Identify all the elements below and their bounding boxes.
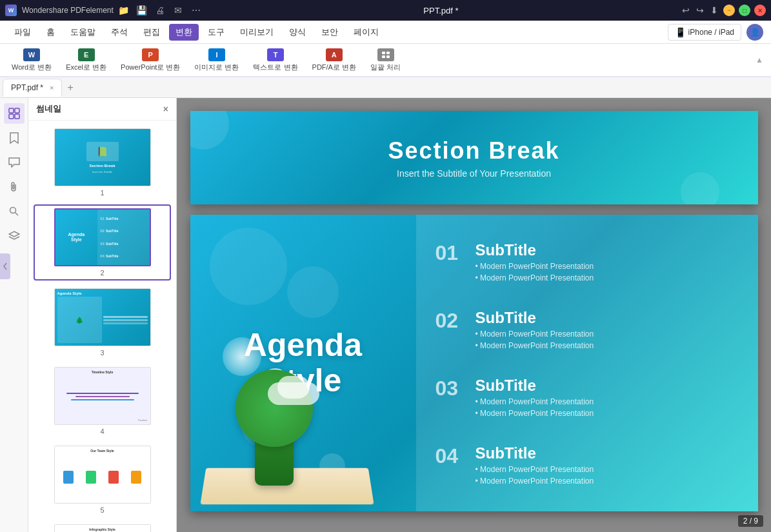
toolbar-word[interactable]: W Word로 변환 xyxy=(5,46,58,75)
slide4-preview: Timeline Style Timeline xyxy=(55,368,150,424)
menu-preview[interactable]: 미리보기 xyxy=(234,24,280,41)
svg-rect-6 xyxy=(9,114,14,119)
menu-page[interactable]: 페이지 xyxy=(347,24,385,41)
slide3-content-preview: 🌲 xyxy=(57,297,148,343)
svg-rect-3 xyxy=(386,55,390,58)
excel-icon: E xyxy=(78,48,95,61)
toolbar-excel[interactable]: E Excel로 변환 xyxy=(59,46,113,75)
menu-help[interactable]: 도움말 xyxy=(64,24,102,41)
print-icon[interactable]: 🖨 xyxy=(155,5,165,15)
toolbar-pdfa[interactable]: A PDF/A로 변환 xyxy=(306,46,363,75)
slide5-title-preview: Our Team Style xyxy=(57,449,148,453)
thumbnail-num-4: 4 xyxy=(100,428,104,435)
redo-icon[interactable]: ↪ xyxy=(695,5,705,15)
thumbnail-item-6[interactable]: Infographic Style → Style xyxy=(34,522,171,532)
svg-line-9 xyxy=(15,213,18,216)
thumbnail-image-2: AgendaStyle 01 SubTitle 02 SubTitle xyxy=(54,208,151,266)
slide2-bullet-1-2: • Modern PowerPoint Presentation xyxy=(476,273,594,282)
menu-home[interactable]: 홈 xyxy=(40,24,61,41)
save-icon[interactable]: 💾 xyxy=(137,5,147,15)
tab-close-button[interactable]: × xyxy=(50,84,54,92)
slide3-text-preview xyxy=(103,297,148,343)
menu-comment[interactable]: 주석 xyxy=(105,24,134,41)
comment-panel-icon[interactable] xyxy=(4,152,25,173)
slide2-item-1: 01 SubTitle • Modern PowerPoint Presenta… xyxy=(436,241,739,282)
slide3-line3 xyxy=(103,322,148,324)
main-area: 썸네일 × 📗 Section Break Insert the Subtitl… xyxy=(0,98,771,532)
more-icon[interactable]: ⋯ xyxy=(191,5,201,15)
slide2-subtitle-4: SubTitle xyxy=(476,444,594,462)
mail-icon[interactable]: ✉ xyxy=(173,5,183,15)
menu-form[interactable]: 양식 xyxy=(283,24,312,41)
svg-rect-1 xyxy=(386,52,390,54)
misc-icon xyxy=(377,48,394,61)
slide4-lines-preview xyxy=(57,375,148,417)
collapse-handle[interactable] xyxy=(0,253,10,279)
thumbnail-item-5[interactable]: Our Team Style 5 xyxy=(34,443,171,517)
search-panel-icon[interactable] xyxy=(4,201,25,222)
thumbnail-panel-icon[interactable] xyxy=(4,103,25,124)
toolbar-scroll-up[interactable]: ▲ xyxy=(753,53,766,67)
maximize-button[interactable]: □ xyxy=(739,5,750,16)
close-button[interactable]: ✕ xyxy=(754,5,766,16)
slide2-item-preview-4: 04 SubTitle xyxy=(100,254,146,258)
download-icon[interactable]: ⬇ xyxy=(709,5,719,15)
thumbnail-item-2[interactable]: AgendaStyle 01 SubTitle 02 SubTitle xyxy=(34,204,171,281)
tab-label: PPT.pdf * xyxy=(11,83,43,92)
slide2-preview-right: 01 SubTitle 02 SubTitle 03 SubTitle xyxy=(97,210,149,265)
user-avatar[interactable]: 👤 xyxy=(746,24,763,41)
toolbar-misc-label: 일괄 처리 xyxy=(370,63,401,72)
slide4-title-preview: Timeline Style xyxy=(57,370,148,374)
slide2-info-2: SubTitle • Modern PowerPoint Presentatio… xyxy=(476,309,594,350)
thumbnail-close-button[interactable]: × xyxy=(163,104,168,114)
folder-icon[interactable]: 📁 xyxy=(119,5,129,15)
bookmark-panel-icon[interactable] xyxy=(4,128,25,148)
slide2-illustration xyxy=(190,331,410,511)
team-box-1 xyxy=(63,471,74,484)
thumbnail-item-3[interactable]: Agenda Style 🌲 3 xyxy=(34,286,171,359)
toolbar-text[interactable]: T 텍스트로 변환 xyxy=(246,46,304,75)
toolbar-word-label: Word로 변환 xyxy=(12,63,52,72)
slide2-num-3: 03 xyxy=(436,377,468,400)
slide3-line1 xyxy=(103,316,148,318)
attachment-panel-icon[interactable] xyxy=(4,177,25,197)
undo-icon[interactable]: ↩ xyxy=(681,5,691,15)
thumbnail-item-1[interactable]: 📗 Section Break Insert the Subtitle 1 xyxy=(34,126,171,199)
iphone-ipad-button[interactable]: 📱 iPhone / iPad xyxy=(668,24,741,41)
layers-panel-icon[interactable] xyxy=(4,226,25,246)
slide6-preview: Infographic Style → Style xyxy=(55,525,150,532)
thumbnail-title: 썸네일 xyxy=(36,103,61,115)
thumbnail-list: 📗 Section Break Insert the Subtitle 1 Ag… xyxy=(28,121,176,532)
thumbnail-item-4[interactable]: Timeline Style Timeline 4 xyxy=(34,364,171,438)
menu-security[interactable]: 보안 xyxy=(315,24,345,41)
toolbar-image[interactable]: I 이미지로 변환 xyxy=(188,46,245,75)
menu-tools[interactable]: 도구 xyxy=(201,24,231,41)
minimize-button[interactable]: － xyxy=(723,5,735,16)
iphone-ipad-label: iPhone / iPad xyxy=(688,28,734,37)
menu-file[interactable]: 파일 xyxy=(8,24,37,41)
window-controls: ↩ ↪ ⬇ － □ ✕ xyxy=(681,5,766,16)
toolbar-ppt-label: PowerPoint로 변환 xyxy=(121,63,180,72)
slide2-left: Agenda Style xyxy=(190,215,416,511)
slide1-preview-title: Section Break xyxy=(89,164,115,168)
toolbar-misc[interactable]: 일괄 처리 xyxy=(364,46,407,75)
toolbar-ppt[interactable]: P PowerPoint로 변환 xyxy=(114,46,186,75)
menu-bar: 파일 홈 도움말 주석 편집 변환 도구 미리보기 양식 보안 페이지 📱 iP… xyxy=(0,21,771,44)
svg-point-8 xyxy=(10,208,15,213)
menu-convert[interactable]: 변환 xyxy=(169,24,199,41)
slide2-bullet-2-2: • Modern PowerPoint Presentation xyxy=(476,341,594,350)
thumbnail-image-3: Agenda Style 🌲 xyxy=(54,288,151,346)
sun-glow xyxy=(223,337,261,376)
tab-pptpdf[interactable]: PPT.pdf * × xyxy=(3,79,62,97)
team-box-2 xyxy=(86,471,96,484)
slide-2[interactable]: Agenda Style xyxy=(190,215,758,511)
app-name: Wondershare PDFelement xyxy=(22,6,114,15)
menu-edit[interactable]: 편집 xyxy=(137,24,166,41)
slide-1[interactable]: Section Break Insert the Subtitle of You… xyxy=(190,111,758,204)
slide3-title-preview: Agenda Style xyxy=(57,291,148,295)
slide6-title-preview: Infographic Style xyxy=(57,527,148,531)
slide2-subtitle-1: SubTitle xyxy=(476,241,594,259)
slide2-num-1: 01 xyxy=(436,241,468,265)
app-logo: W xyxy=(5,5,17,16)
tab-add-button[interactable]: + xyxy=(62,82,78,94)
